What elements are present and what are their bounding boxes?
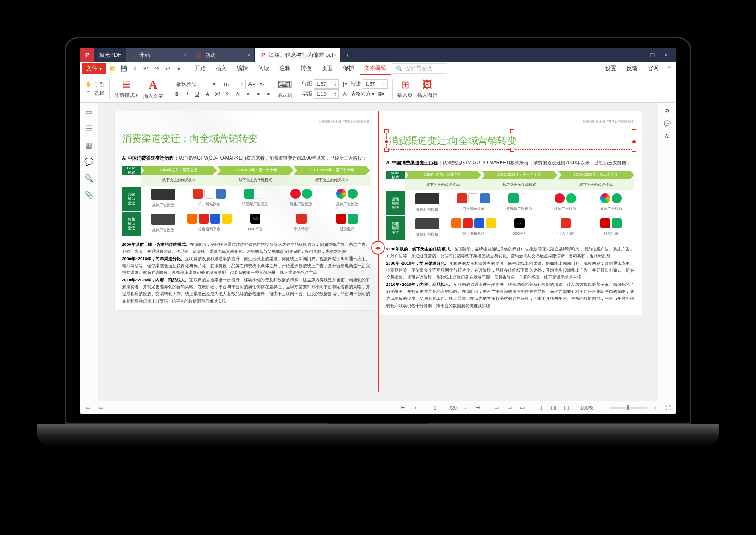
search-input[interactable]: 🔍 搜索与替换: [392, 63, 447, 74]
char-space-icon[interactable]: ‹A›: [341, 90, 349, 98]
slider-panel-icon[interactable]: ⚙: [665, 107, 670, 114]
page-right[interactable]: 后疫情时代全域消费者运营制胜法则 消费渠道变迁:向全域营销转变 A. 中国消费渠…: [379, 111, 642, 315]
subtitle[interactable]: A. 中国消费渠道变迁历程：从消费品GTM(GO-TO-MARKET)模式来看，…: [122, 155, 370, 161]
outline-icon[interactable]: ☰: [84, 123, 94, 133]
undo-stack-icon[interactable]: ↩: [163, 64, 173, 74]
fullscreen-button[interactable]: ⛶: [663, 403, 673, 412]
insert-page-icon[interactable]: ⊞: [401, 79, 409, 91]
view-mode-icon[interactable]: ▭: [492, 403, 501, 412]
strike-button[interactable]: A: [203, 90, 212, 98]
menu-insert[interactable]: 插入: [211, 63, 231, 74]
redo-icon[interactable]: ↷: [152, 64, 162, 74]
save-icon[interactable]: 💾: [118, 64, 129, 74]
view-mode-icon[interactable]: ▯▯: [562, 403, 571, 412]
superscript-button[interactable]: X²: [213, 90, 222, 98]
body-text[interactable]: 2000年以前，线下为主的传统模式。在该阶段，品牌往往通过传统的媒体广告投放等形…: [122, 241, 370, 305]
italic-button[interactable]: I: [183, 90, 191, 98]
increase-font-icon[interactable]: A+: [248, 80, 256, 89]
body-text[interactable]: 2000年以前，线下为主的传统模式。在该阶段，品牌往往通过传统的媒体广告投放等形…: [386, 246, 634, 309]
char-space-input[interactable]: 1.12▲▼: [314, 89, 339, 99]
tab-document[interactable]: P 决策、信念与行为偏差.pdf ×: [255, 48, 340, 62]
insert-text-icon[interactable]: A: [149, 78, 158, 92]
format-brush-icon[interactable]: ⌨: [278, 79, 292, 91]
menu-text-edit[interactable]: 文本编辑: [360, 62, 391, 75]
table-align-icon[interactable]: ▦▾: [377, 90, 385, 98]
subscript-button[interactable]: X₂: [224, 90, 232, 98]
menu-feedback[interactable]: 反馈: [622, 63, 642, 74]
view-mode-icon[interactable]: ▭: [518, 403, 527, 412]
minimize-button[interactable]: −: [633, 50, 644, 59]
decrease-font-icon[interactable]: A-: [258, 80, 266, 89]
zoom-in-button[interactable]: +: [650, 403, 660, 412]
menu-settings[interactable]: 设置: [601, 63, 621, 74]
menu-annotate[interactable]: 注释: [275, 63, 295, 74]
menu-edit[interactable]: 编辑: [232, 63, 253, 74]
thumbnails-icon[interactable]: ▦: [84, 140, 94, 150]
insert-image-icon[interactable]: 🖼: [422, 79, 432, 91]
page-left[interactable]: 后疫情时代全域消费者运营制胜法则 消费渠道变迁：向全域营销转变 A. 中国消费渠…: [115, 111, 378, 310]
table-align-label[interactable]: 表格对齐 ▾: [351, 90, 375, 97]
menu-protect[interactable]: 保护: [338, 63, 359, 74]
maximize-button[interactable]: □: [647, 50, 658, 59]
menu-read[interactable]: 阅读: [254, 63, 274, 74]
view-mode-icon[interactable]: ▯▯: [549, 403, 558, 412]
undo-icon[interactable]: ↶: [141, 64, 151, 74]
tab-strip: ⌂ 开始 × ⊞ 新建 × P 决策、信念与行为偏差.pdf × ＋: [126, 48, 628, 62]
view-mode-icon[interactable]: ▯: [536, 403, 545, 412]
comments-icon[interactable]: 💬: [84, 156, 94, 166]
search-panel-icon[interactable]: 🔍: [84, 173, 94, 183]
align-center-button[interactable]: ≡: [254, 90, 262, 98]
divider-handle-icon[interactable]: ◂▸: [371, 241, 385, 255]
page-layout-icon[interactable]: ▭: [83, 403, 93, 412]
view-mode-icon[interactable]: ▭: [505, 403, 514, 412]
menu-start[interactable]: 开始: [190, 63, 210, 74]
select-tool-icon[interactable]: ☐: [84, 89, 93, 98]
page-title-editing[interactable]: 消费渠道变迁:向全域营销转变: [386, 131, 634, 150]
zoom-out-button[interactable]: −: [597, 403, 606, 412]
hand-tool-icon[interactable]: ✋: [84, 80, 93, 89]
tab-new[interactable]: ⊞ 新建 ×: [190, 48, 255, 62]
page-title[interactable]: 消费渠道变迁：向全域营销转变: [122, 131, 370, 146]
menu-convert[interactable]: 转换: [296, 63, 316, 74]
zoom-level[interactable]: 100%: [580, 405, 593, 410]
attachments-icon[interactable]: 📎: [84, 190, 94, 200]
collapse-ribbon-icon[interactable]: ⌃: [664, 64, 674, 74]
first-page-button[interactable]: ⇤: [398, 403, 407, 412]
page-number[interactable]: 1: [424, 404, 446, 411]
open-icon[interactable]: 📂: [107, 64, 118, 74]
last-page-button[interactable]: ⇥: [473, 403, 483, 412]
close-icon[interactable]: ×: [183, 52, 186, 58]
indent-input[interactable]: 1.57▲▼: [363, 79, 388, 89]
underline-button[interactable]: U: [193, 90, 201, 98]
menu-page[interactable]: 页面: [317, 63, 337, 74]
close-icon[interactable]: ×: [333, 52, 336, 58]
line-height-icon[interactable]: ‖▾: [341, 80, 349, 88]
close-button[interactable]: ×: [661, 50, 672, 59]
ai-panel-icon[interactable]: AI: [665, 133, 670, 140]
line-height-input[interactable]: 1.57▲▼: [314, 79, 339, 89]
font-color-button[interactable]: A: [234, 90, 242, 98]
menu-website[interactable]: 官网: [643, 63, 663, 74]
zoom-slider[interactable]: [610, 407, 647, 409]
font-family-select[interactable]: 微软雅黑▾: [173, 80, 219, 89]
align-right-button[interactable]: ≡: [264, 90, 272, 98]
close-icon[interactable]: ×: [248, 52, 251, 58]
chat-panel-icon[interactable]: 💬: [664, 120, 671, 127]
prev-page-button[interactable]: ‹: [411, 403, 420, 412]
document-canvas[interactable]: 后疫情时代全域消费者运营制胜法则 消费渠道变迁：向全域营销转变 A. 中国消费渠…: [98, 103, 658, 401]
para-mode-label[interactable]: 段落模式 ▾: [114, 92, 138, 99]
expand-icon[interactable]: ▾: [174, 64, 184, 74]
font-size-input[interactable]: 16▲▼: [221, 80, 246, 89]
print-icon[interactable]: 🖨: [130, 64, 140, 74]
next-page-button[interactable]: ›: [461, 403, 470, 412]
file-menu[interactable]: 文件▾: [82, 63, 106, 74]
tab-home[interactable]: ⌂ 开始 ×: [126, 48, 190, 62]
bold-button[interactable]: B: [173, 90, 181, 98]
page-layout2-icon[interactable]: ▭: [96, 403, 106, 412]
subtitle[interactable]: A. 中国消费渠道变迁历程：从消费品GTM(GO-TO-MARKET)模式来看，…: [386, 159, 634, 166]
compare-divider[interactable]: ◂▸: [378, 111, 379, 392]
bookmarks-icon[interactable]: ▭: [84, 107, 94, 117]
align-left-button[interactable]: ≡: [244, 90, 252, 98]
paragraph-mode-icon[interactable]: ▤: [122, 79, 131, 91]
add-tab-button[interactable]: ＋: [340, 48, 354, 62]
